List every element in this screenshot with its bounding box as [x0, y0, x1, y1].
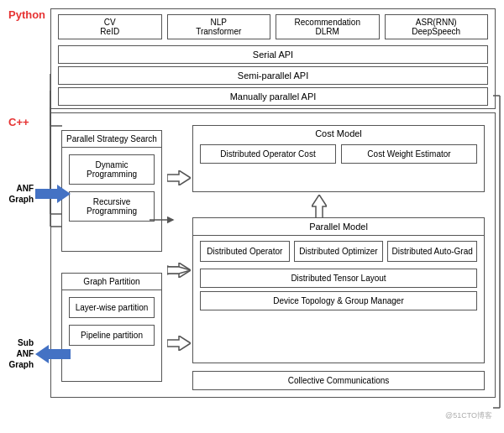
right-bracket: [493, 96, 504, 408]
app-asr: ASR(RNN)DeepSpeech: [385, 14, 489, 39]
collective-communications-box: Collective Communications: [192, 371, 485, 390]
sub-anf-arrow-icon: [35, 345, 71, 363]
cost-model-row: Distributed Operator Cost Cost Weight Es…: [193, 141, 484, 167]
gp-to-pm-arrow: [167, 336, 191, 351]
distributed-optimizer-box: Distributed Optimizer: [294, 241, 384, 262]
pss-pm-connector: [150, 211, 175, 228]
bracket-lines: [50, 59, 67, 252]
parallel-model-title: Parallel Model: [193, 218, 484, 236]
svg-marker-6: [167, 336, 191, 351]
distributed-auto-grad-box: Distributed Auto-Grad: [387, 241, 477, 262]
app-cv: CVReID: [58, 14, 162, 39]
svg-marker-13: [35, 185, 71, 203]
cpp-section: Parallel Strategy Search Dynamic Program…: [50, 112, 496, 398]
cost-weight-estimator-box: Cost Weight Estimator: [341, 144, 477, 164]
distributed-operator-box: Distributed Operator: [200, 241, 290, 262]
recursive-programming-box: Recursive Programming: [69, 191, 155, 222]
python-section: CVReID NLPTransformer RecommendationDLRM…: [50, 8, 496, 109]
parallel-model-area: Parallel Model Distributed Operator Dist…: [192, 217, 485, 363]
python-label: Python: [8, 8, 45, 21]
cost-model-title: Cost Model: [193, 126, 484, 141]
distributed-operator-cost-box: Distributed Operator Cost: [200, 144, 336, 164]
pss-to-pm-arrow: [167, 263, 191, 278]
device-topology-group-manager-box: Device Topology & Group Manager: [200, 291, 477, 310]
svg-marker-1: [312, 195, 327, 218]
cost-to-pm-arrow: [312, 195, 327, 218]
svg-marker-0: [167, 170, 191, 185]
cpp-label: C++: [8, 116, 29, 128]
anf-graph-label: ANFGraph: [8, 183, 34, 205]
anf-arrow-icon: [35, 185, 71, 203]
sub-anf-graph-area: SubANFGraph: [8, 337, 71, 370]
dynamic-programming-box: Dynamic Programming: [69, 154, 155, 185]
pss-to-cost-arrow: [167, 170, 191, 185]
gp-title: Graph Partition: [62, 274, 161, 290]
anf-graph-area: ANFGraph: [8, 183, 71, 205]
distributed-tensor-layout-box: Distributed Tensor Layout: [200, 269, 477, 288]
app-recommendation: RecommendationDLRM: [276, 14, 380, 39]
pss-title: Parallel Strategy Search: [62, 131, 161, 148]
manually-parallel-api: Manually parallel API: [58, 87, 488, 106]
pipeline-partition-box: Pipeline partition: [69, 325, 155, 346]
graph-partition-box: Graph Partition Layer-wise partition Pip…: [61, 273, 162, 382]
layer-wise-partition-box: Layer-wise partition: [69, 297, 155, 318]
svg-marker-14: [35, 345, 71, 363]
semi-parallel-api: Semi-parallel API: [58, 66, 488, 85]
watermark: @51CTO博客: [445, 410, 492, 421]
parallel-strategy-search-box: Parallel Strategy Search Dynamic Program…: [61, 130, 162, 252]
apps-row: CVReID NLPTransformer RecommendationDLRM…: [51, 9, 495, 43]
app-nlp: NLPTransformer: [167, 14, 271, 39]
sub-anf-graph-label: SubANFGraph: [8, 337, 34, 370]
parallel-model-top-row: Distributed Operator Distributed Optimiz…: [193, 236, 484, 265]
serial-api: Serial API: [58, 45, 488, 64]
cost-model-area: Cost Model Distributed Operator Cost Cos…: [192, 125, 485, 192]
